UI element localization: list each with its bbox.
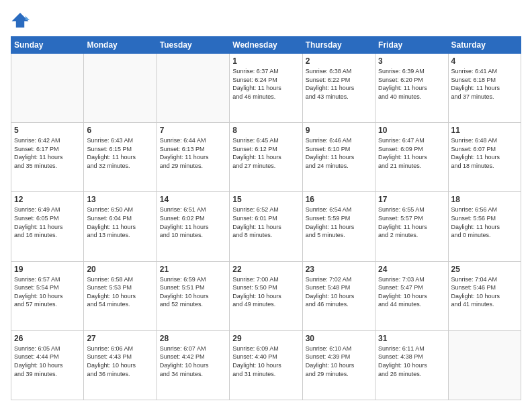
day-info: Sunrise: 6:38 AM Sunset: 6:22 PM Dayligh… [306,67,372,101]
day-info: Sunrise: 6:06 AM Sunset: 4:43 PM Dayligh… [87,345,153,378]
day-info: Sunrise: 6:07 AM Sunset: 4:42 PM Dayligh… [160,345,226,378]
calendar-cell: 31Sunrise: 6:11 AM Sunset: 4:38 PM Dayli… [375,330,448,400]
day-number: 14 [160,195,226,204]
calendar-cell: 10Sunrise: 6:47 AM Sunset: 6:09 PM Dayli… [375,123,448,192]
day-number: 9 [306,126,372,135]
calendar-cell: 24Sunrise: 7:03 AM Sunset: 5:47 PM Dayli… [375,261,448,330]
day-info: Sunrise: 6:58 AM Sunset: 5:53 PM Dayligh… [87,275,153,309]
day-info: Sunrise: 7:02 AM Sunset: 5:48 PM Dayligh… [306,275,372,309]
day-number: 19 [14,265,81,274]
calendar-cell: 14Sunrise: 6:51 AM Sunset: 6:02 PM Dayli… [157,192,229,261]
calendar-cell: 29Sunrise: 6:09 AM Sunset: 4:40 PM Dayli… [230,330,302,400]
calendar-cell [11,54,84,123]
day-number: 31 [378,334,445,343]
header [11,11,521,30]
day-info: Sunrise: 7:00 AM Sunset: 5:50 PM Dayligh… [232,275,299,309]
day-info: Sunrise: 6:05 AM Sunset: 4:44 PM Dayligh… [14,345,81,378]
day-info: Sunrise: 6:39 AM Sunset: 6:20 PM Dayligh… [378,67,445,101]
calendar-cell: 23Sunrise: 7:02 AM Sunset: 5:48 PM Dayli… [302,261,375,330]
calendar-cell: 17Sunrise: 6:55 AM Sunset: 5:57 PM Dayli… [375,192,448,261]
calendar-week-row: 12Sunrise: 6:49 AM Sunset: 6:05 PM Dayli… [11,192,521,261]
calendar-week-row: 5Sunrise: 6:42 AM Sunset: 6:17 PM Daylig… [11,123,521,192]
calendar-cell: 18Sunrise: 6:56 AM Sunset: 5:56 PM Dayli… [448,192,521,261]
day-info: Sunrise: 6:10 AM Sunset: 4:39 PM Dayligh… [306,345,372,378]
day-number: 17 [378,195,445,204]
day-info: Sunrise: 6:56 AM Sunset: 5:56 PM Dayligh… [451,205,518,239]
calendar-cell: 25Sunrise: 7:04 AM Sunset: 5:46 PM Dayli… [448,261,521,330]
day-info: Sunrise: 6:57 AM Sunset: 5:54 PM Dayligh… [14,275,81,309]
day-info: Sunrise: 6:41 AM Sunset: 6:18 PM Dayligh… [451,67,518,101]
calendar-cell: 4Sunrise: 6:41 AM Sunset: 6:18 PM Daylig… [448,54,521,123]
day-number: 30 [306,334,372,343]
weekday-header-tuesday: Tuesday [157,37,229,54]
calendar-cell: 28Sunrise: 6:07 AM Sunset: 4:42 PM Dayli… [157,330,229,400]
day-number: 4 [451,56,518,66]
page: SundayMondayTuesdayWednesdayThursdayFrid… [0,0,532,411]
calendar-cell: 12Sunrise: 6:49 AM Sunset: 6:05 PM Dayli… [11,192,84,261]
day-number: 28 [160,334,226,343]
calendar-cell: 30Sunrise: 6:10 AM Sunset: 4:39 PM Dayli… [302,330,375,400]
calendar-cell [84,54,157,123]
day-number: 26 [14,334,81,343]
calendar-cell: 8Sunrise: 6:45 AM Sunset: 6:12 PM Daylig… [230,123,302,192]
calendar-cell: 7Sunrise: 6:44 AM Sunset: 6:13 PM Daylig… [157,123,229,192]
day-info: Sunrise: 6:52 AM Sunset: 6:01 PM Dayligh… [232,205,299,239]
day-info: Sunrise: 6:37 AM Sunset: 6:24 PM Dayligh… [232,67,299,101]
calendar-cell: 13Sunrise: 6:50 AM Sunset: 6:04 PM Dayli… [84,192,157,261]
day-number: 12 [14,195,81,204]
calendar-cell: 3Sunrise: 6:39 AM Sunset: 6:20 PM Daylig… [375,54,448,123]
day-number: 20 [87,265,153,274]
day-info: Sunrise: 7:03 AM Sunset: 5:47 PM Dayligh… [378,275,445,309]
calendar-cell: 27Sunrise: 6:06 AM Sunset: 4:43 PM Dayli… [84,330,157,400]
logo [11,11,31,30]
calendar-cell: 2Sunrise: 6:38 AM Sunset: 6:22 PM Daylig… [302,54,375,123]
day-number: 22 [232,265,299,274]
calendar-cell: 16Sunrise: 6:54 AM Sunset: 5:59 PM Dayli… [302,192,375,261]
day-number: 10 [378,126,445,135]
calendar-cell: 9Sunrise: 6:46 AM Sunset: 6:10 PM Daylig… [302,123,375,192]
calendar-week-row: 1Sunrise: 6:37 AM Sunset: 6:24 PM Daylig… [11,54,521,123]
calendar-cell: 26Sunrise: 6:05 AM Sunset: 4:44 PM Dayli… [11,330,84,400]
calendar-cell: 22Sunrise: 7:00 AM Sunset: 5:50 PM Dayli… [230,261,302,330]
weekday-header-row: SundayMondayTuesdayWednesdayThursdayFrid… [11,37,521,54]
day-number: 7 [160,126,226,135]
calendar-cell: 11Sunrise: 6:48 AM Sunset: 6:07 PM Dayli… [448,123,521,192]
day-number: 3 [378,56,445,66]
calendar-table: SundayMondayTuesdayWednesdayThursdayFrid… [11,36,521,400]
day-number: 27 [87,334,153,343]
day-number: 8 [232,126,299,135]
day-info: Sunrise: 6:51 AM Sunset: 6:02 PM Dayligh… [160,205,226,239]
day-info: Sunrise: 6:42 AM Sunset: 6:17 PM Dayligh… [14,136,81,170]
weekday-header-friday: Friday [375,37,448,54]
day-number: 24 [378,265,445,274]
day-info: Sunrise: 6:44 AM Sunset: 6:13 PM Dayligh… [160,136,226,170]
calendar-cell: 21Sunrise: 6:59 AM Sunset: 5:51 PM Dayli… [157,261,229,330]
day-info: Sunrise: 7:04 AM Sunset: 5:46 PM Dayligh… [451,275,518,309]
calendar-cell [448,330,521,400]
day-number: 29 [232,334,299,343]
day-number: 6 [87,126,153,135]
weekday-header-monday: Monday [84,37,157,54]
day-info: Sunrise: 6:11 AM Sunset: 4:38 PM Dayligh… [378,345,445,378]
day-info: Sunrise: 6:45 AM Sunset: 6:12 PM Dayligh… [232,136,299,170]
day-info: Sunrise: 6:55 AM Sunset: 5:57 PM Dayligh… [378,205,445,239]
day-info: Sunrise: 6:43 AM Sunset: 6:15 PM Dayligh… [87,136,153,170]
day-info: Sunrise: 6:47 AM Sunset: 6:09 PM Dayligh… [378,136,445,170]
day-number: 13 [87,195,153,204]
day-number: 15 [232,195,299,204]
calendar-week-row: 19Sunrise: 6:57 AM Sunset: 5:54 PM Dayli… [11,261,521,330]
day-info: Sunrise: 6:59 AM Sunset: 5:51 PM Dayligh… [160,275,226,309]
calendar-cell: 6Sunrise: 6:43 AM Sunset: 6:15 PM Daylig… [84,123,157,192]
calendar-cell [157,54,229,123]
day-info: Sunrise: 6:09 AM Sunset: 4:40 PM Dayligh… [232,345,299,378]
day-info: Sunrise: 6:54 AM Sunset: 5:59 PM Dayligh… [306,205,372,239]
calendar-cell: 1Sunrise: 6:37 AM Sunset: 6:24 PM Daylig… [230,54,302,123]
weekday-header-wednesday: Wednesday [230,37,302,54]
day-number: 11 [451,126,518,135]
calendar-cell: 19Sunrise: 6:57 AM Sunset: 5:54 PM Dayli… [11,261,84,330]
day-number: 2 [306,56,372,66]
day-number: 1 [232,56,299,66]
day-number: 23 [306,265,372,274]
logo-icon [11,11,30,30]
day-number: 18 [451,195,518,204]
